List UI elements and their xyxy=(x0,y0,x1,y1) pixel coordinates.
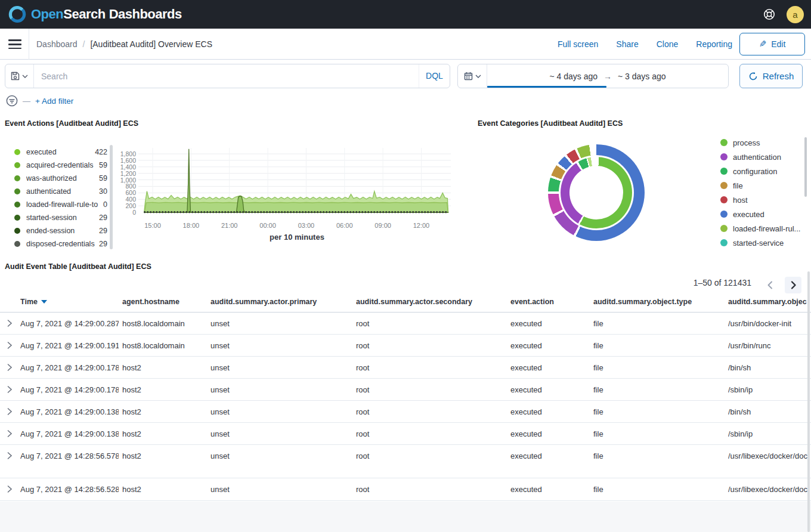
add-filter-link[interactable]: + Add filter xyxy=(35,97,73,106)
help-icon[interactable] xyxy=(763,8,776,21)
column-header-auditd-summary-objec[interactable]: auditd.summary.objec xyxy=(728,298,811,306)
expand-row-icon[interactable] xyxy=(6,429,13,440)
table-row: Aug 7, 2021 @ 14:29:00.138host2unsetroot… xyxy=(0,401,811,423)
expand-row-icon[interactable] xyxy=(6,451,13,462)
donut-hole xyxy=(569,166,623,219)
breadcrumb: Dashboard / [Auditbeat Auditd] Overview … xyxy=(36,29,212,60)
saved-query-menu-button[interactable] xyxy=(5,64,34,88)
column-header-time[interactable]: Time xyxy=(20,298,119,306)
cell-auditd-summary-object-type: file xyxy=(593,341,725,350)
cell-auditd-summary-actor-secondary: root xyxy=(356,485,507,494)
clone-link[interactable]: Clone xyxy=(657,39,679,49)
cell-auditd-summary-actor-primary: unset xyxy=(211,341,352,350)
column-header-auditd-summary-actor-secondary[interactable]: auditd.summary.actor.secondary xyxy=(356,298,507,306)
y-tick-label: 400 xyxy=(111,196,136,203)
cell-Time: Aug 7, 2021 @ 14:28:56.578 xyxy=(20,451,119,460)
x-axis-title: per 10 minutes xyxy=(227,233,367,242)
legend-item[interactable]: executed422 xyxy=(11,146,107,159)
legend-label: was-authorized xyxy=(26,174,97,183)
column-header-label: auditd.summary.actor.secondary xyxy=(356,298,472,306)
legend-label: acquired-credentials xyxy=(26,161,97,169)
legend-item[interactable]: configuration xyxy=(720,164,801,178)
column-header-auditd-summary-actor-primary[interactable]: auditd.summary.actor.primary xyxy=(211,298,352,306)
expand-row-icon[interactable] xyxy=(6,341,13,352)
page-scrollbar[interactable] xyxy=(807,271,810,532)
legend-item[interactable]: acquired-credentials59 xyxy=(11,159,107,172)
cell-auditd-summary-actor-secondary: root xyxy=(356,385,507,394)
legend-item[interactable]: disposed-credentials29 xyxy=(11,237,107,249)
expand-row-icon[interactable] xyxy=(6,363,13,374)
date-to-button[interactable]: ~ 3 days ago xyxy=(618,72,666,81)
y-tick-label: 600 xyxy=(111,189,136,196)
cell-auditd-summary-actor-primary: unset xyxy=(211,485,352,494)
expand-row-icon[interactable] xyxy=(6,407,13,418)
cell-Time: Aug 7, 2021 @ 14:29:00.178 xyxy=(20,385,119,394)
reporting-link[interactable]: Reporting xyxy=(696,39,732,49)
legend-scrollbar[interactable] xyxy=(804,137,807,197)
legend-item[interactable]: was-authorized59 xyxy=(11,172,107,185)
save-icon xyxy=(11,72,20,81)
column-header-event-action[interactable]: event.action xyxy=(510,298,590,306)
brand-text: OpenSearchDashboards xyxy=(31,7,182,22)
legend-label: disposed-credentials xyxy=(26,240,97,248)
chevron-right-icon xyxy=(788,280,798,290)
date-from-button[interactable]: ~ 4 days ago xyxy=(549,72,598,81)
search-input[interactable] xyxy=(34,72,419,81)
legend-value: 59 xyxy=(97,174,107,183)
dql-language-button[interactable]: DQL xyxy=(419,64,450,88)
cell-auditd-summary-objec: /usr/libexec/docker/doc xyxy=(728,451,811,460)
legend-item[interactable]: ended-session29 xyxy=(11,224,107,237)
cell-auditd-summary-object-type: file xyxy=(593,363,725,372)
legend-item[interactable]: file xyxy=(720,178,801,193)
event-categories-donut-chart[interactable] xyxy=(548,144,645,241)
full-screen-link[interactable]: Full screen xyxy=(558,39,598,49)
y-tick-label: 1,400 xyxy=(111,163,136,171)
column-header-agent-hostname[interactable]: agent.hostname xyxy=(122,298,207,306)
legend-label: authentication xyxy=(733,153,781,162)
legend-item[interactable]: host xyxy=(720,193,801,207)
filter-icon[interactable] xyxy=(6,95,18,107)
legend-item[interactable]: started-session29 xyxy=(11,211,107,224)
legend-item[interactable]: authentication xyxy=(720,150,801,164)
share-link[interactable]: Share xyxy=(616,39,638,49)
date-quick-select-button[interactable] xyxy=(458,64,487,88)
event-actions-area-chart[interactable] xyxy=(138,144,451,215)
legend-item[interactable]: process xyxy=(720,135,801,150)
breadcrumb-separator: / xyxy=(83,39,85,49)
cell-auditd-summary-objec: /sbin/ip xyxy=(728,429,811,438)
opensearch-brand[interactable]: OpenSearchDashboards xyxy=(8,5,182,23)
legend-item[interactable]: loaded-firewall-rul... xyxy=(720,221,801,236)
legend-color-dot xyxy=(14,162,20,168)
cell-Time: Aug 7, 2021 @ 14:28:56.528 xyxy=(20,485,119,494)
cell-agent-hostname: host2 xyxy=(122,363,207,372)
breadcrumb-dashboard[interactable]: Dashboard xyxy=(36,39,78,49)
legend-item[interactable]: loaded-firewall-rule-to0 xyxy=(11,198,107,211)
y-tick-label: 200 xyxy=(111,202,136,209)
cell-Time: Aug 7, 2021 @ 14:29:00.138 xyxy=(20,429,119,438)
breadcrumb-current: [Auditbeat Auditd] Overview ECS xyxy=(90,39,212,49)
legend-color-dot xyxy=(14,215,20,221)
filter-row: — + Add filter xyxy=(6,94,73,108)
expand-row-icon[interactable] xyxy=(6,319,13,330)
cell-agent-hostname: host8.localdomain xyxy=(122,341,207,350)
legend-item[interactable]: authenticated30 xyxy=(11,185,107,198)
expand-row-icon[interactable] xyxy=(6,385,13,396)
x-tick-label: 06:00 xyxy=(332,222,358,229)
expand-row-icon[interactable] xyxy=(6,485,13,496)
legend-item[interactable]: executed xyxy=(720,207,801,221)
edit-button[interactable]: ✎ Edit xyxy=(739,33,805,55)
legend-color-dot xyxy=(14,241,20,247)
previous-page-button[interactable] xyxy=(762,277,779,293)
legend-item[interactable]: started-service xyxy=(720,236,801,250)
next-page-button[interactable] xyxy=(785,277,801,293)
menu-icon[interactable] xyxy=(7,37,23,51)
table-row: Aug 7, 2021 @ 14:29:00.178host2unsetroot… xyxy=(0,357,811,379)
cell-agent-hostname: host2 xyxy=(122,429,207,438)
legend-color-dot xyxy=(720,225,728,232)
refresh-button[interactable]: Refresh xyxy=(739,64,803,88)
cell-agent-hostname: host2 xyxy=(122,451,207,460)
legend-label: file xyxy=(733,181,743,190)
user-avatar[interactable]: a xyxy=(787,6,804,23)
column-header-auditd-summary-object-type[interactable]: auditd.summary.object.type xyxy=(593,298,725,306)
legend-color-dot xyxy=(720,168,728,175)
